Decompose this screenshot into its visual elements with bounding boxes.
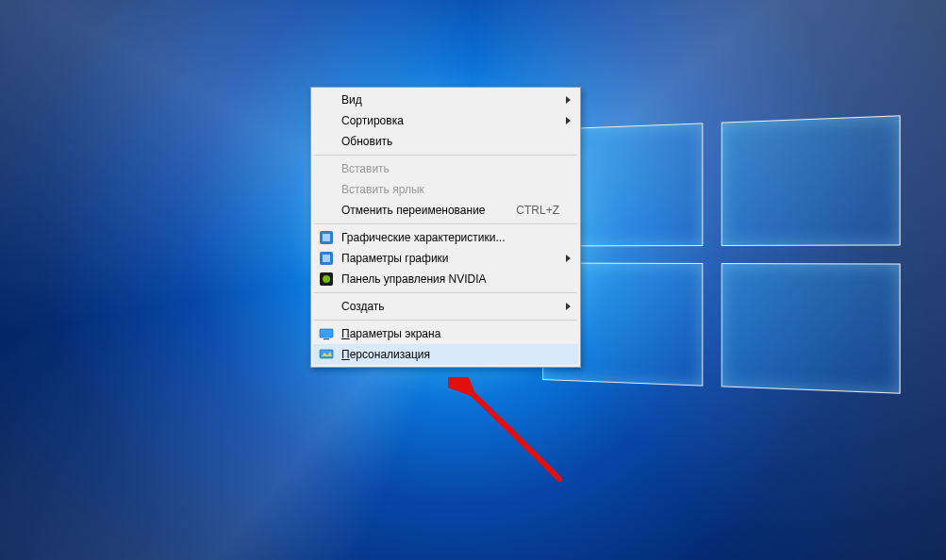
menu-item-label: Панель управления NVIDIA <box>341 272 559 286</box>
svg-rect-1 <box>323 234 330 241</box>
monitor-icon <box>319 326 334 341</box>
menu-item-refresh[interactable]: Обновить <box>313 131 578 152</box>
menu-item-label: Отменить переименование <box>341 204 516 217</box>
menu-item-label: Вставить <box>341 162 559 175</box>
nvidia-icon <box>319 272 334 287</box>
menu-item-paste-shortcut: Вставить ярлык <box>313 179 578 200</box>
menu-separator <box>314 223 577 224</box>
menu-item-label: Графические характеристики... <box>341 231 559 244</box>
menu-separator <box>314 292 577 293</box>
menu-item-label: Сортировка <box>341 114 559 127</box>
menu-item-graphics-properties[interactable]: Графические характеристики... <box>313 227 578 248</box>
svg-rect-7 <box>324 338 329 339</box>
menu-item-personalization[interactable]: Персонализация <box>313 344 578 365</box>
svg-rect-6 <box>320 329 333 338</box>
menu-item-create[interactable]: Создать <box>313 296 578 317</box>
menu-item-label: Обновить <box>341 135 559 148</box>
windows-logo <box>542 115 900 393</box>
menu-item-label: Вид <box>341 93 559 107</box>
menu-item-label: Вставить ярлык <box>341 183 559 196</box>
label-rest: ерсонализация <box>350 348 430 361</box>
menu-item-view[interactable]: Вид <box>313 90 578 110</box>
personalize-icon <box>319 347 334 362</box>
svg-rect-3 <box>323 255 330 262</box>
desktop-context-menu: Вид Сортировка Обновить Вставить Вставит… <box>310 87 581 368</box>
menu-separator <box>314 320 577 321</box>
intel-graphics-icon <box>319 230 334 245</box>
menu-separator <box>314 155 577 156</box>
menu-item-label: Параметры экрана <box>341 327 559 340</box>
menu-item-shortcut: CTRL+Z <box>516 204 559 217</box>
menu-item-label: Персонализация <box>341 348 559 361</box>
svg-point-5 <box>323 275 330 283</box>
desktop[interactable]: Вид Сортировка Обновить Вставить Вставит… <box>0 0 946 560</box>
menu-item-display-settings[interactable]: Параметры экрана <box>313 323 578 344</box>
intel-graphics-icon <box>319 251 334 266</box>
menu-item-paste: Вставить <box>313 158 578 179</box>
menu-item-label: Параметры графики <box>341 252 559 265</box>
menu-item-undo-rename[interactable]: Отменить переименование CTRL+Z <box>313 200 578 221</box>
menu-item-nvidia-control-panel[interactable]: Панель управления NVIDIA <box>313 269 578 289</box>
menu-item-graphics-parameters[interactable]: Параметры графики <box>313 248 578 269</box>
menu-item-sort[interactable]: Сортировка <box>313 110 578 131</box>
menu-item-label: Создать <box>341 300 559 313</box>
label-rest: араметры экрана <box>350 327 441 340</box>
